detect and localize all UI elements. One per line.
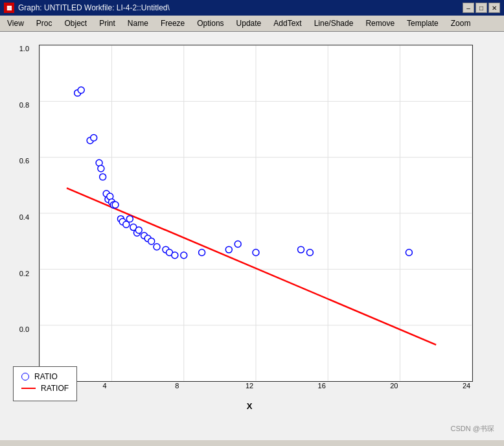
title-bar: ▦ Graph: UNTITLED Workfile: LI-4-2::Unti…	[0, 0, 504, 16]
y-axis-label: 0.0	[19, 325, 29, 333]
legend-item-ratio: RATIO	[21, 372, 69, 381]
app-icon: ▦	[4, 3, 14, 13]
x-axis-label: 20	[390, 382, 398, 390]
window-title: Graph: UNTITLED Workfile: LI-4-2::Untitl…	[18, 3, 170, 12]
menu-item-addtext[interactable]: AddText	[268, 17, 307, 30]
svg-point-44	[225, 246, 232, 253]
legend-ratio-label: RATIO	[34, 372, 58, 381]
menu-item-object[interactable]: Object	[58, 17, 93, 30]
svg-point-48	[306, 249, 313, 255]
svg-point-21	[100, 174, 106, 180]
x-axis-label: 16	[318, 382, 326, 390]
y-axis-label: 0.2	[19, 270, 29, 277]
svg-point-18	[91, 134, 97, 141]
graph-container: 1.00.80.60.40.20.0-0.2 04812162024 X RAT…	[0, 32, 504, 440]
svg-point-37	[148, 238, 155, 244]
menu-item-name[interactable]: Name	[122, 17, 154, 30]
y-axis-label: 0.6	[19, 157, 29, 165]
svg-point-34	[135, 227, 142, 233]
legend: RATIO RATIOF	[13, 366, 77, 401]
menu-item-line-shade[interactable]: Line/Shade	[308, 17, 360, 30]
menu-item-proc[interactable]: Proc	[30, 17, 58, 30]
svg-point-16	[78, 87, 84, 93]
legend-circle-icon	[21, 373, 29, 381]
x-axis: 04812162024	[32, 382, 466, 398]
x-axis-title: X	[32, 401, 466, 411]
x-axis-label: 24	[463, 382, 470, 390]
y-axis-label: 1.0	[19, 45, 29, 53]
svg-line-14	[67, 188, 436, 345]
svg-point-31	[126, 216, 133, 222]
svg-point-20	[98, 165, 104, 172]
svg-point-47	[298, 246, 304, 253]
legend-ratiof-label: RATIOF	[41, 384, 69, 393]
svg-point-46	[253, 249, 259, 255]
legend-line-icon	[21, 388, 36, 389]
svg-point-49	[406, 249, 412, 255]
x-axis-label: 4	[103, 382, 107, 390]
x-axis-label: 8	[175, 382, 179, 390]
svg-point-42	[181, 252, 187, 259]
menu-item-print[interactable]: Print	[93, 17, 121, 30]
window-controls: – □ ✕	[463, 3, 500, 13]
svg-point-45	[235, 241, 241, 248]
menu-item-update[interactable]: Update	[231, 17, 268, 30]
menu-item-template[interactable]: Template	[401, 17, 444, 30]
svg-point-41	[172, 252, 178, 259]
svg-point-38	[154, 244, 160, 250]
y-axis-label: 0.8	[19, 101, 29, 109]
minimize-button[interactable]: –	[463, 3, 474, 13]
y-axis: 1.00.80.60.40.20.0-0.2	[0, 38, 32, 375]
svg-point-43	[199, 249, 205, 255]
svg-point-27	[112, 202, 119, 208]
legend-item-ratiof: RATIOF	[21, 384, 69, 393]
chart-svg	[40, 45, 472, 381]
y-axis-label: 0.4	[19, 213, 29, 221]
close-button[interactable]: ✕	[488, 3, 500, 13]
menu-item-zoom[interactable]: Zoom	[445, 17, 477, 30]
maximize-button[interactable]: □	[475, 3, 487, 13]
watermark: CSDN @书琛	[451, 424, 494, 434]
x-axis-label: 12	[246, 382, 253, 390]
menu-bar: ViewProcObjectPrintNameFreezeOptionsUpda…	[0, 16, 504, 32]
menu-item-options[interactable]: Options	[191, 17, 229, 30]
plot-area	[39, 45, 473, 382]
menu-item-freeze[interactable]: Freeze	[155, 17, 190, 30]
menu-item-remove[interactable]: Remove	[360, 17, 400, 30]
menu-item-view[interactable]: View	[1, 17, 30, 30]
